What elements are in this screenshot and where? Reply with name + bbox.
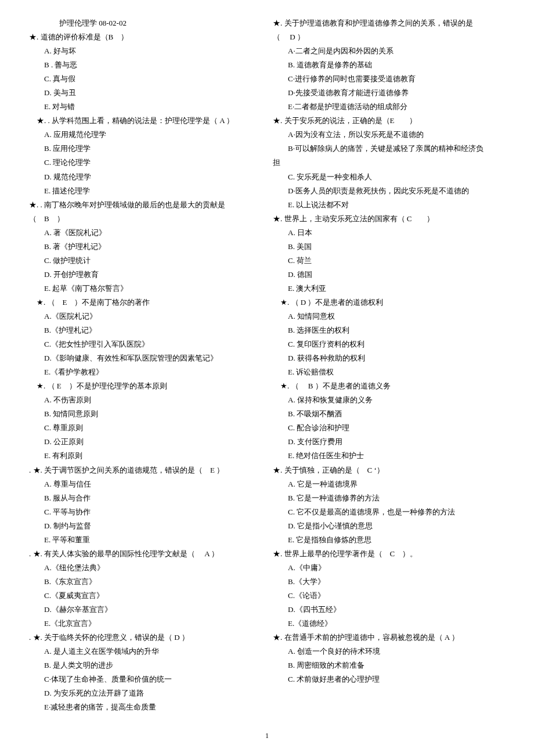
option: E·二者都是护理道德活动的组成部分 bbox=[273, 100, 505, 114]
question-stem: ★. 道德的评价标准是（B ） bbox=[29, 30, 261, 44]
option: C. 术前做好患者的心理护理 bbox=[273, 672, 505, 686]
option: E. 起草《南丁格尔誓言》 bbox=[29, 282, 261, 296]
question-stem: ★. 关于安乐死的说法，正确的是（E ） bbox=[273, 114, 505, 128]
option: A. 知情同意权 bbox=[273, 309, 505, 323]
option: D. 获得各种救助的权利 bbox=[273, 351, 505, 365]
option: C. 荷兰 bbox=[273, 254, 505, 268]
option: B . 善与恶 bbox=[29, 58, 261, 72]
option: E. 绝对信任医生和护士 bbox=[273, 449, 505, 463]
option: A. 不伤害原则 bbox=[29, 393, 261, 407]
option: C. 配合诊治和护理 bbox=[273, 421, 505, 435]
option: B. 选择医生的权利 bbox=[273, 323, 505, 337]
question-stem-cont: （ D ） bbox=[273, 30, 505, 44]
option: A. 好与坏 bbox=[29, 44, 261, 58]
option: C. 复印医疗资料的权利 bbox=[273, 337, 505, 351]
option: C. 做护理统计 bbox=[29, 254, 261, 268]
option: C. 它不仅是最高的道德境界，也是一种修养的方法 bbox=[273, 505, 505, 519]
option: A. 著《医院札记》 bbox=[29, 226, 261, 240]
option: A. 日本 bbox=[273, 226, 505, 240]
option: D. 为安乐死的立法开辟了道路 bbox=[29, 686, 261, 700]
option: E. 以上说法都不对 bbox=[273, 198, 505, 212]
question-stem-cont: （ B ） bbox=[29, 212, 261, 226]
option: D. 美与丑 bbox=[29, 86, 261, 100]
option-cont: 担 bbox=[273, 156, 505, 170]
option: D·医务人员的职责是救死扶伤，因此安乐死是不道德的 bbox=[273, 184, 505, 198]
question-stem: ★. 关于慎独，正确的是（ C ‘） bbox=[273, 463, 505, 477]
option: C. 理论伦理学 bbox=[29, 156, 261, 170]
doc-title: 护理伦理学 08-02-02 bbox=[29, 16, 261, 30]
option: A. 尊重与信任 bbox=[29, 477, 261, 491]
option: B·可以解除病人的痛苦，关键是减轻了亲属的精神和经济负 bbox=[273, 142, 505, 156]
option: E. 澳大利亚 bbox=[273, 282, 505, 296]
option: E.《道德经》 bbox=[273, 617, 505, 631]
question-stem: ★. 关于护理道德教育和护理道德修养之间的关系，错误的是 bbox=[273, 16, 505, 30]
option: B. 周密细致的术前准备 bbox=[273, 658, 505, 672]
option: D.《影响健康、有效性和军队医院管理的因素笔记》 bbox=[29, 351, 261, 365]
question-stem: ★. 世界上最早的伦理学著作是（ C ）。 bbox=[273, 547, 505, 561]
option: A. 它是一种道德境界 bbox=[273, 477, 505, 491]
option: D. 制约与监督 bbox=[29, 519, 261, 533]
question-stem: ★. 在普通手术前的护理道德中，容易被忽视的是（ A ） bbox=[273, 631, 505, 645]
option: A. 保持和恢复健康的义务 bbox=[273, 393, 505, 407]
option: A·二者之间是内因和外因的关系 bbox=[273, 44, 505, 58]
option: B. 它是一种道德修养的方法 bbox=[273, 491, 505, 505]
option: B. 服从与合作 bbox=[29, 491, 261, 505]
option: B. 是人类文明的进步 bbox=[29, 658, 261, 672]
option: C. 尊重原则 bbox=[29, 421, 261, 435]
option: D·先接受道德教育才能进行道德修养 bbox=[273, 86, 505, 100]
option: B.《大学》 bbox=[273, 575, 505, 589]
option: E.《北京宣言》 bbox=[29, 617, 261, 631]
question-stem: . ★. 关于调节医护之间关系的道德规范，错误的是（ E ） bbox=[29, 463, 261, 477]
option: C.《夏威夷宣言》 bbox=[29, 589, 261, 603]
page-number: 1 bbox=[29, 729, 505, 742]
option: D. 德国 bbox=[273, 268, 505, 282]
option: C. 安乐死是一种变相杀人 bbox=[273, 170, 505, 184]
option: E. 有利原则 bbox=[29, 449, 261, 463]
option: A. 是人道主义在医学领域内的升华 bbox=[29, 645, 261, 658]
option: A·因为没有立法，所以安乐死是不道德的 bbox=[273, 128, 505, 142]
option: E. 它是指独自修炼的意思 bbox=[273, 533, 505, 547]
option: D. 规范伦理学 bbox=[29, 170, 261, 184]
question-stem: ★. （ B ）不是患者的道德义务 bbox=[273, 379, 505, 393]
option: B. 不吸烟不酗酒 bbox=[273, 407, 505, 421]
option: B. 美国 bbox=[273, 240, 505, 254]
option: A. 应用规范伦理学 bbox=[29, 128, 261, 142]
option: E. 诉讼赔偿权 bbox=[273, 365, 505, 379]
question-stem: ★. . 从学科范围上看，精确的说法是：护理伦理学是（ A ） bbox=[29, 114, 261, 128]
option: C·进行修养的同时也需要接受道德教育 bbox=[273, 72, 505, 86]
option: B. 道德教育是修养的基础 bbox=[273, 58, 505, 72]
option: C.《把女性护理引入军队医院》 bbox=[29, 337, 261, 351]
option: B.《护理札记》 bbox=[29, 323, 261, 337]
option: B. 应用伦理学 bbox=[29, 142, 261, 156]
option: E. 对与错 bbox=[29, 100, 261, 114]
option: E·减轻患者的痛苦，提高生命质量 bbox=[29, 700, 261, 714]
option: D. 开创护理教育 bbox=[29, 268, 261, 282]
option: B. 知情同意原则 bbox=[29, 407, 261, 421]
option: A.《医院札记》 bbox=[29, 309, 261, 323]
option: C. 真与假 bbox=[29, 72, 261, 86]
question-stem: ★. （ E ）不是护理伦理学的基本原则 bbox=[29, 379, 261, 393]
question-stem: . ★. 有关人体实验的最早的国际性伦理学文献是（ A ） bbox=[29, 547, 261, 561]
question-stem: . ★. 关于临终关怀的伦理意义，错误的是（ D ） bbox=[29, 631, 261, 645]
option: D.《四书五经》 bbox=[273, 603, 505, 617]
option: C·体现了生命神圣、质量和价值的统一 bbox=[29, 672, 261, 686]
option: A.《中庸》 bbox=[273, 561, 505, 575]
option: A.《纽伦堡法典》 bbox=[29, 561, 261, 575]
question-stem: ★. . 南丁格尔晚年对护理领域做的最后的也是最大的贡献是 bbox=[29, 198, 261, 212]
option: D. 公正原则 bbox=[29, 435, 261, 449]
option: C. 平等与协作 bbox=[29, 505, 261, 519]
option: D. 它是指小心谨慎的意思 bbox=[273, 519, 505, 533]
option: C.《论语》 bbox=[273, 589, 505, 603]
option: D.《赫尔辛基宣言》 bbox=[29, 603, 261, 617]
question-stem: ★. 世界上，主动安乐死立法的国家有（ C ） bbox=[273, 212, 505, 226]
option: A. 创造一个良好的待术环境 bbox=[273, 645, 505, 658]
option: B. 著《护理札记》 bbox=[29, 240, 261, 254]
option: E. 平等和董重 bbox=[29, 533, 261, 547]
option: E. 描述伦理学 bbox=[29, 184, 261, 198]
option: B.《东京宣言》 bbox=[29, 575, 261, 589]
option: E.《看护学教程》 bbox=[29, 365, 261, 379]
question-stem: ★. （ D ）不是患者的道德权利 bbox=[273, 296, 505, 309]
option: D. 支付医疗费用 bbox=[273, 435, 505, 449]
question-stem: ★. （ E ）不是南丁格尔的著作 bbox=[29, 296, 261, 309]
